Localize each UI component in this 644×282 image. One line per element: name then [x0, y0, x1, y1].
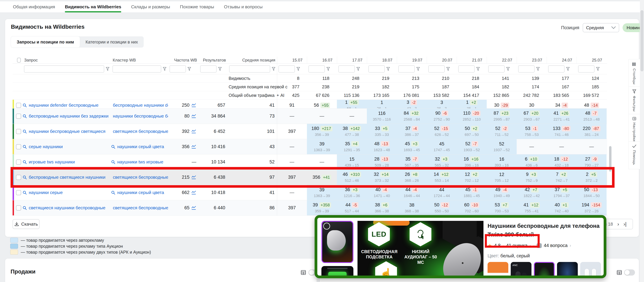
variant-thumbnail[interactable]	[488, 262, 508, 278]
query-cell[interactable]: беспроводные наушники без задержки	[22, 109, 111, 124]
cluster-link[interactable]: светящиеся беспроводные н	[113, 129, 168, 134]
column-header-date[interactable]: 24.07	[547, 57, 576, 64]
query-cell[interactable]: наушники серые	[22, 185, 111, 200]
filter-input[interactable]	[518, 65, 534, 73]
filter-input[interactable]	[458, 65, 474, 73]
column-header-date[interactable]: 19.07	[397, 57, 427, 64]
query-link[interactable]: игровые tws наушники	[29, 159, 75, 165]
subtab-Категории и позиции в них[interactable]: Категории и позиции в них	[80, 36, 144, 48]
cluster-cell[interactable]: наушники беспроводные бе	[111, 109, 168, 124]
filter-funnel-icon[interactable]	[272, 67, 276, 71]
rail-tab-Настройки[interactable]: Настройки	[628, 114, 640, 142]
filter-input[interactable]	[229, 65, 270, 73]
filter-input[interactable]	[170, 65, 186, 73]
query-link[interactable]: наушники беспроводные светящиеся	[29, 129, 106, 134]
column-header-date[interactable]: 21.07	[457, 57, 487, 64]
row-checkbox[interactable]	[16, 159, 21, 165]
row-checkbox[interactable]	[16, 175, 21, 180]
tab-Отзывы и вопросы[interactable]: Отзывы и вопросы	[224, 1, 263, 12]
tab-Похожие товары[interactable]: Похожие товары	[180, 1, 214, 12]
filter-funnel-icon[interactable]	[596, 67, 600, 71]
query-link[interactable]: наушники серые	[29, 190, 63, 195]
filter-input[interactable]	[24, 65, 104, 73]
cluster-cell[interactable]: наушники серый цвета	[111, 139, 168, 154]
filter-funnel-icon[interactable]	[566, 67, 570, 71]
row-checkbox[interactable]	[16, 114, 21, 119]
filter-funnel-icon[interactable]	[296, 67, 300, 71]
column-header-date[interactable]: 23.07	[517, 57, 547, 64]
row-checkbox[interactable]	[16, 205, 21, 210]
table-view-icon[interactable]	[301, 270, 306, 275]
cluster-link[interactable]: светящиеся беспроводные н	[113, 205, 168, 210]
variant-thumbnail-selected[interactable]	[534, 262, 555, 278]
filter-input[interactable]	[278, 65, 295, 73]
filter-input[interactable]	[112, 65, 161, 73]
rail-tab-Столбцы[interactable]: Столбцы	[628, 59, 640, 87]
position-chart-icon[interactable]	[191, 190, 196, 195]
column-header-date[interactable]: 22.07	[487, 57, 517, 64]
column-header-cluster[interactable]: Кластер WB	[111, 57, 168, 64]
filter-input[interactable]	[428, 65, 445, 73]
filter-funnel-icon[interactable]	[536, 67, 540, 71]
product-photo-thumbnail[interactable]	[322, 266, 354, 278]
position-chart-icon[interactable]	[191, 144, 196, 149]
last-page-button[interactable]: ›|	[624, 221, 626, 227]
filter-funnel-icon[interactable]	[446, 67, 450, 71]
position-chart-icon[interactable]	[191, 175, 196, 180]
column-header-frequency[interactable]: Частота WB	[168, 57, 199, 64]
column-header-date[interactable]: 15.07	[277, 57, 307, 64]
filter-funnel-icon[interactable]	[476, 67, 480, 71]
query-cell[interactable]: светящиеся наушники беспроводные	[22, 200, 111, 215]
variant-thumbnail[interactable]	[580, 262, 601, 278]
select-all-checkbox[interactable]	[17, 58, 21, 63]
column-header-date[interactable]: 17.07	[337, 57, 367, 64]
column-header-date[interactable]: 16.07	[307, 57, 337, 64]
column-header-date[interactable]: 25.07	[576, 57, 606, 64]
questions-link[interactable]: 44 вопроса	[544, 243, 568, 248]
query-link[interactable]: серые наушники	[29, 144, 63, 149]
row-checkbox[interactable]	[16, 190, 21, 195]
position-chart-icon[interactable]	[191, 114, 196, 118]
cluster-cell[interactable]: светящиеся беспроводные н	[111, 200, 168, 215]
query-link[interactable]: наушники defender беспроводные	[29, 103, 98, 108]
cluster-cell[interactable]: беспроводные наушники de	[111, 100, 168, 109]
cluster-cell[interactable]: светящиеся беспроводные н	[111, 124, 168, 139]
product-photo-thumbnail-selected[interactable]	[322, 221, 354, 263]
filter-input[interactable]	[548, 65, 564, 73]
tab-Склады и размеры[interactable]: Склады и размеры	[131, 1, 170, 12]
variant-thumbnail[interactable]	[557, 262, 578, 278]
table-scrollbar[interactable]	[609, 146, 612, 172]
table-view-icon[interactable]	[616, 270, 622, 275]
position-chart-icon[interactable]	[191, 103, 196, 108]
next-page-button[interactable]: ›	[617, 221, 619, 227]
query-cell[interactable]: серые наушники	[22, 139, 111, 154]
filter-funnel-icon[interactable]	[163, 67, 166, 71]
query-link[interactable]: беспроводные светящиеся наушники	[29, 175, 106, 180]
filter-input[interactable]	[308, 65, 325, 73]
filter-funnel-icon[interactable]	[188, 67, 191, 71]
tab-Общая информация[interactable]: Общая информация	[13, 1, 55, 12]
rail-tab-Помощь[interactable]: Помощь	[628, 142, 640, 169]
filter-input[interactable]	[578, 65, 594, 73]
cluster-link[interactable]: наушники серый цвета	[117, 190, 164, 195]
query-cell[interactable]: игровые tws наушники	[22, 154, 111, 169]
filter-input[interactable]	[488, 65, 504, 73]
query-link[interactable]: беспроводные наушники без задержки	[29, 114, 108, 119]
page-scrollbar-thumb[interactable]	[640, 10, 644, 71]
column-header-date[interactable]: 18.07	[367, 57, 397, 64]
cluster-cell[interactable]: наушники tws игровые	[111, 154, 168, 169]
cluster-link[interactable]: наушники серый цвета	[117, 144, 164, 149]
filter-funnel-icon[interactable]	[506, 67, 510, 71]
cluster-cell[interactable]: светящиеся беспроводные н	[111, 170, 168, 185]
tab-Видимость на Wildberries[interactable]: Видимость на Wildberries	[65, 1, 121, 12]
cluster-cell[interactable]: наушники серый цвета	[111, 185, 168, 200]
row-checkbox[interactable]	[16, 129, 21, 134]
cluster-link[interactable]: наушники tws игровые	[117, 159, 164, 165]
filter-input[interactable]	[200, 65, 216, 73]
filter-funnel-icon[interactable]	[416, 67, 420, 71]
download-button[interactable]: Скачать	[12, 219, 40, 229]
filter-funnel-icon[interactable]	[386, 67, 390, 71]
cluster-link[interactable]: светящиеся беспроводные н	[113, 175, 168, 180]
row-checkbox[interactable]	[16, 103, 21, 108]
filter-funnel-icon[interactable]	[218, 67, 222, 71]
